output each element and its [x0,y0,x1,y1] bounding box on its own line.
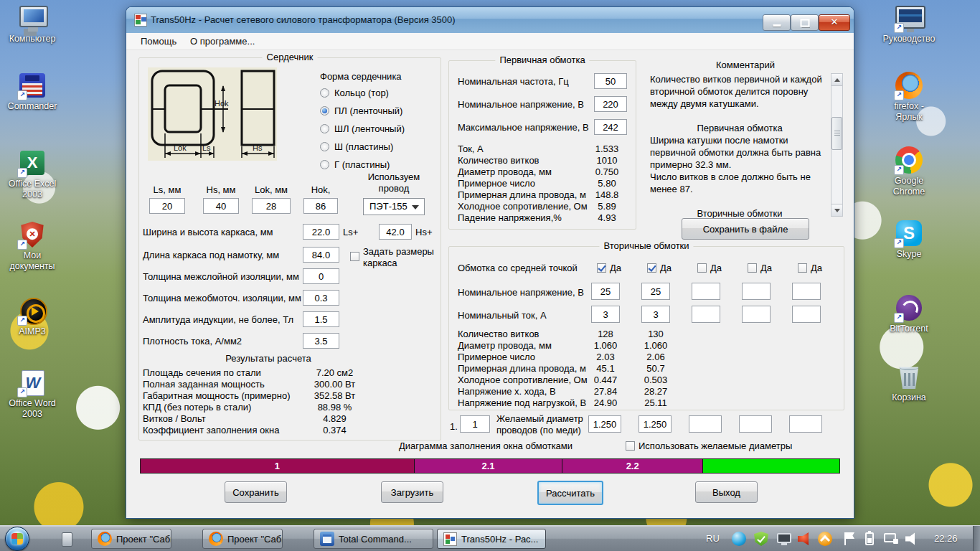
tray-aimp-icon[interactable] [798,532,812,546]
scrollbar-thumb[interactable] [831,117,842,150]
desired-diameter-input-2[interactable] [639,415,672,433]
desktop-icon-bittorrent[interactable]: ↗ BitTorrent [877,294,941,334]
calculate-button[interactable]: Рассчитать [537,481,603,505]
clock[interactable]: 22:26 [934,533,958,544]
midpoint-checkbox-2[interactable] [647,263,656,273]
show-desktop-button[interactable] [973,526,980,551]
save-to-file-button[interactable]: Сохранить в файле [682,218,809,240]
radio-pl-label[interactable]: ПЛ (ленточный) [334,105,402,116]
secondary-voltage-input-4[interactable] [742,283,771,300]
secondary-current-input-5[interactable] [792,306,821,323]
menu-help[interactable]: Помощь [138,35,179,47]
tray-skype-icon[interactable] [732,532,746,546]
radio-g[interactable] [320,160,329,169]
taskbar-button-firefox-2[interactable]: Проект "Сабву... [202,529,283,549]
nominal-voltage-input[interactable] [594,96,627,112]
secondary-voltage-input-2[interactable] [641,283,670,300]
taskbar-button-total-commander[interactable]: Total Command... [314,529,433,549]
radio-shl[interactable] [320,124,329,133]
desktop-icon-aimp3[interactable]: ↗ AIMP3 [0,297,65,337]
tray-action-center-icon[interactable] [842,532,857,547]
radio-ring[interactable] [320,88,329,98]
tray-volume-icon[interactable] [905,532,920,546]
midpoint-checkbox-5[interactable] [798,263,807,273]
taskbar-button-trans50hz[interactable]: Trans50Hz - Рас... [437,529,546,549]
maximize-button[interactable] [791,14,819,31]
desktop-icon-chrome[interactable]: ↗ Google Chrome [877,146,941,197]
secondary-voltage-input-5[interactable] [792,283,821,300]
midpoint-checkbox-1[interactable] [597,263,606,273]
comment-scrollbar[interactable] [831,73,843,217]
desired-index-input[interactable] [460,415,490,433]
current-density-input[interactable] [303,333,339,349]
desktop-icon-computer[interactable]: Компьютер [0,4,65,44]
secondary-voltage-input-3[interactable] [692,283,720,300]
desktop-icon-skype[interactable]: S ↗ Skype [877,220,941,260]
tray-network-icon[interactable] [884,533,896,542]
midpoint-checkbox-label[interactable]: Да [811,263,822,273]
quick-launch-icon[interactable] [62,532,72,547]
wire-select[interactable]: ПЭТ-155 [363,198,425,215]
secondary-current-input-4[interactable] [742,306,771,323]
secondary-current-input-1[interactable] [591,306,620,323]
secondary-current-input-2[interactable] [641,306,670,323]
desktop-icon-word[interactable]: W ↗ Office Word 2003 [0,369,65,420]
frame-height-input[interactable] [379,224,412,240]
tray-battery-icon[interactable] [865,532,874,545]
desired-diameter-input-4[interactable] [739,415,772,433]
dim-hs-input[interactable] [203,198,239,214]
radio-ring-label[interactable]: Кольцо (тор) [334,88,389,98]
midpoint-checkbox-label[interactable]: Да [610,263,621,273]
desktop-icon-recycle-bin[interactable]: Корзина [877,363,941,403]
desktop-icon-manual[interactable]: ↗ Руководство [877,4,941,44]
language-indicator[interactable]: RU [706,533,720,544]
dim-lok-input[interactable] [252,198,291,214]
close-button[interactable]: ✕ [819,14,850,31]
frequency-input[interactable] [594,73,627,89]
desktop-icon-firefox[interactable]: ↗ firefox - Ярлык [877,72,941,123]
desired-diameter-input-3[interactable] [689,415,722,433]
tray-update-icon[interactable] [818,532,832,546]
midpoint-checkbox-label[interactable]: Да [760,263,772,273]
save-button[interactable]: Сохранить [225,481,287,503]
radio-sh[interactable] [320,142,329,151]
desired-diameter-input-1[interactable] [588,415,621,433]
title-bar[interactable]: Trans50Hz - Расчет сетевого силового тра… [126,7,854,34]
taskbar-button-firefox-1[interactable]: Проект "Сабву... [91,529,171,549]
layer-insulation-input[interactable] [303,268,339,284]
desktop-icon-commander[interactable]: ↗ Commander [0,72,65,112]
tray-display-icon[interactable] [777,533,791,543]
frame-size-checkbox[interactable] [350,252,359,261]
use-desired-checkbox[interactable] [626,441,635,451]
frame-width-input[interactable] [303,224,339,240]
frame-size-checkbox-label[interactable]: Задать размеры каркаса [363,246,443,269]
frame-length-input[interactable] [303,247,339,263]
exit-button[interactable]: Выход [695,481,758,503]
desired-diameter-input-5[interactable] [789,415,822,433]
desktop-icon-excel[interactable]: X ↗ Office Excel 2003 [0,149,65,200]
radio-sh-label[interactable]: Ш (пластины) [334,141,393,152]
induction-input[interactable] [303,311,339,327]
midpoint-checkbox-4[interactable] [748,263,757,273]
scroll-up-icon[interactable] [831,74,842,86]
scroll-down-icon[interactable] [831,204,842,216]
radio-shl-label[interactable]: ШЛ (ленточный) [334,123,405,134]
dim-ls-input[interactable] [149,198,185,214]
tray-antivirus-icon[interactable] [754,532,768,546]
winding-insulation-input[interactable] [303,290,339,306]
use-desired-checkbox-label[interactable]: Использовать желаемые диаметры [639,441,792,451]
midpoint-checkbox-3[interactable] [697,263,707,273]
desktop-icon-my-documents[interactable]: ↗ Мои документы [0,221,65,272]
dim-hok-input[interactable] [303,198,338,214]
menu-about[interactable]: О программе... [187,35,258,47]
max-voltage-input[interactable] [594,119,627,135]
secondary-voltage-input-1[interactable] [591,283,620,300]
minimize-button[interactable] [763,14,791,31]
radio-g-label[interactable]: Г (пластины) [334,159,390,170]
secondary-current-input-3[interactable] [692,306,720,323]
midpoint-checkbox-label[interactable]: Да [660,263,672,273]
midpoint-checkbox-label[interactable]: Да [710,263,722,273]
start-button[interactable] [5,527,29,551]
load-button[interactable]: Загрузить [381,481,443,503]
radio-pl[interactable] [320,106,329,116]
